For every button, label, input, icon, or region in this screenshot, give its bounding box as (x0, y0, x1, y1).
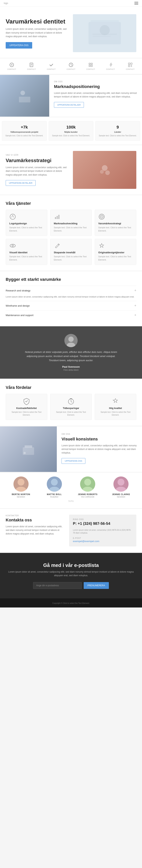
svg-rect-18 (128, 63, 130, 64)
icon-item-6[interactable]: CONTACT (106, 62, 115, 70)
team-role-1: Särskilare (6, 496, 36, 498)
icon-item-4[interactable]: CONTACT (67, 62, 75, 70)
icon-item-1[interactable]: CONTACT (7, 62, 16, 70)
team-name-4: JENNIE CLARKE (106, 493, 136, 495)
hero-cta-button[interactable]: UPPDATERA OSS (6, 42, 32, 49)
advantage-name-2: Tidbesparingar (54, 407, 88, 409)
svg-rect-29 (58, 215, 60, 219)
svg-point-33 (10, 244, 15, 247)
about-image (0, 75, 49, 117)
advantage-name-3: Hög kvalitet (98, 407, 133, 409)
svg-point-47 (84, 479, 91, 486)
brand-section: Bygger ett starkt varumärke Research and… (0, 271, 142, 326)
icon-item-2[interactable]: CONTACT (27, 62, 36, 70)
contact-phone: P: +1 (324) 987-56-54 (73, 521, 133, 526)
hamburger-menu[interactable] (134, 2, 138, 5)
visual-section: OM OSS Visuell konsistens Lorem ipsum do… (0, 426, 142, 472)
accordion-plus-1: + (134, 288, 136, 292)
svg-point-23 (102, 165, 108, 171)
stat-label-1: Välkomsponserande projekt (5, 131, 44, 133)
pencil-icon (54, 242, 61, 249)
contact-description: Lorem ipsum dolor sit amet, consectetur … (6, 525, 65, 536)
svg-line-39 (71, 402, 72, 402)
newsletter-description: Lorem ipsum dolor sit amet, consectetur … (6, 570, 136, 577)
about-section: OM OSS Marknadspositionering Lorem ipsum… (0, 75, 142, 117)
advantage-card-3: Hög kvalitet Sample text. Click to selec… (95, 394, 136, 420)
service-name-2: Marknadsutveckling (54, 222, 88, 225)
team-name-3: JENNIE ROBERTS (73, 493, 103, 495)
accordion-item-3[interactable]: Maintenance and support + (6, 310, 136, 320)
icon-label-1: CONTACT (7, 68, 16, 70)
accordion-label-3: Maintenance and support (6, 314, 34, 317)
team-divider: Skifte (6, 500, 136, 502)
puzzle-icon (128, 62, 133, 67)
contact-title: Kontakta oss (6, 518, 65, 523)
strategy-image-placeholder (73, 151, 136, 189)
service-card-2: Marknadsutveckling Sample text. Click to… (50, 210, 92, 236)
brand-title: Bygger ett starkt varumärke (6, 277, 136, 282)
newsletter-form: PRENUMERERA (33, 582, 109, 589)
visual-image (0, 426, 57, 472)
eye-icon (9, 242, 16, 249)
team-grid: BERTIE NORTON Särskilare MATTIE BOLL Ana… (6, 476, 136, 498)
icon-label-5: CONTACT (86, 68, 95, 70)
advantages-title: Våra fördelar (6, 385, 136, 390)
strategy-button[interactable]: UPPDATERA DETALJER (6, 180, 36, 186)
svg-rect-14 (89, 63, 90, 64)
shield-icon (23, 397, 30, 405)
newsletter-subscribe-button[interactable]: PRENUMERERA (84, 582, 109, 589)
service-desc-3: Sample text. Click to select the Text El… (98, 226, 133, 232)
accordion-plus-2: + (134, 304, 136, 308)
svg-point-44 (16, 487, 26, 492)
hero-title: Varumärkesi dentitet (6, 18, 69, 25)
about-content: OM OSS Marknadspositionering Lorem ipsum… (49, 75, 142, 117)
contact-label: KONTAKTER (6, 515, 65, 517)
about-button[interactable]: UPPDATERA DETALJER (54, 102, 84, 108)
stat-card-1: +7k Välkomsponserande projekt Sample tex… (2, 121, 47, 141)
svg-point-34 (12, 245, 13, 246)
svg-rect-27 (55, 217, 56, 219)
svg-point-26 (10, 214, 15, 219)
team-name-2: MATTIE BOLL (39, 493, 69, 495)
newsletter-email-input[interactable] (33, 582, 82, 589)
svg-point-32 (101, 216, 102, 217)
contact-left: KONTAKTER Kontakta oss Lorem ipsum dolor… (6, 515, 65, 547)
accordion-item-2[interactable]: Wireframe and design + (6, 301, 136, 310)
quality-icon (112, 397, 119, 405)
svg-point-2 (100, 25, 110, 35)
advantages-grid: Kostnadeffektivitet Sample text. Click t… (6, 394, 136, 420)
icon-item-5[interactable]: CONTACT (86, 62, 95, 70)
strategy-description: Lorem ipsum dolor sit amet, consectetur … (6, 166, 69, 177)
lightning-icon (108, 62, 113, 67)
stats-row: +7k Välkomsponserande projekt Sample tex… (0, 117, 142, 145)
icon-item-3[interactable]: CONTACT (47, 62, 56, 70)
testimonial-section: Noterat pretium sit dolor vulputate just… (0, 326, 142, 379)
visual-button[interactable]: UPPDATERA OSS (62, 458, 85, 464)
accordion-item-1[interactable]: Research and strategy + (6, 286, 136, 295)
svg-point-21 (21, 91, 25, 95)
contact-email-label: E-POST (73, 537, 133, 539)
visual-title: Visuell konsistens (62, 437, 137, 442)
icon-item-7[interactable]: CONTACT (126, 62, 135, 70)
svg-point-35 (68, 337, 74, 342)
svg-rect-15 (91, 63, 93, 64)
service-desc-2: Sample text. Click to select the Text El… (54, 226, 88, 232)
svg-point-45 (51, 479, 58, 486)
service-card-1: Logotypdesign Sample text. Click to sele… (6, 210, 47, 236)
team-avatar-2 (47, 476, 62, 492)
svg-point-46 (49, 487, 60, 492)
visual-content: OM OSS Visuell konsistens Lorem ipsum do… (57, 426, 142, 472)
service-card-6: Originaldesigntjänster Sample text. Clic… (95, 239, 136, 265)
service-name-6: Originaldesigntjänster (98, 251, 133, 254)
header: logo (0, 0, 142, 7)
hero-image (73, 14, 136, 52)
service-card-4: Visuell Identitet Sample text. Click to … (6, 239, 47, 265)
icon-label-3: CONTACT (47, 68, 56, 70)
service-name-5: Skapande innehåll (54, 251, 88, 254)
services-title: Våra tjänster (6, 201, 136, 206)
svg-line-13 (71, 65, 72, 65)
visual-label: OM OSS (62, 433, 137, 435)
accordion-plus-3: + (134, 313, 136, 317)
svg-point-48 (82, 487, 93, 492)
contact-phone-detail: Lorem ipsum dolor sit amet, consectetur … (73, 529, 133, 534)
